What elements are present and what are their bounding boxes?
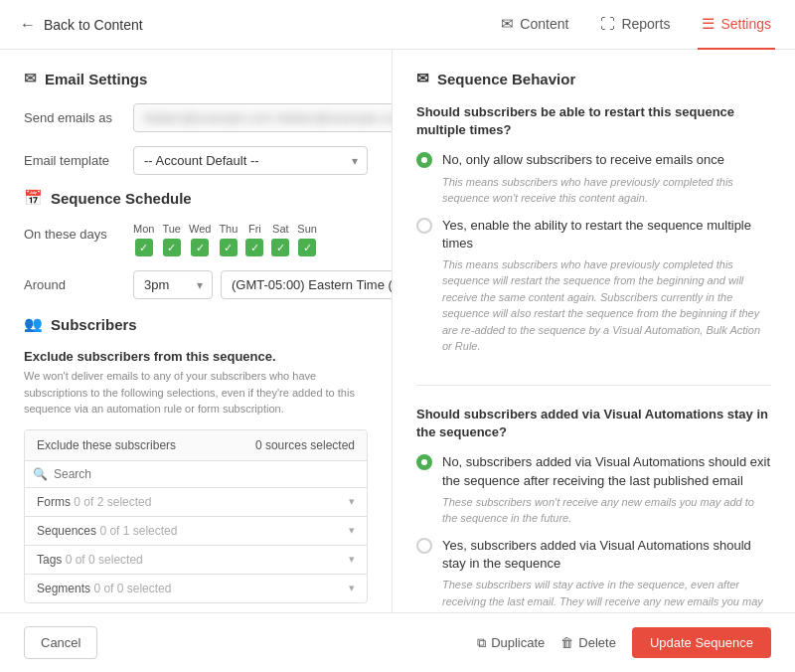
timezone-select[interactable]: (GMT-05:00) Eastern Time (US & Canada) [221, 270, 393, 299]
email-template-control: -- Account Default -- [133, 146, 368, 175]
cancel-button[interactable]: Cancel [24, 626, 97, 659]
settings-icon: ☰ [702, 15, 715, 33]
nav-content-label: Content [520, 16, 568, 32]
around-label: Around [24, 277, 133, 292]
sequence-schedule-section-title: 📅 Sequence Schedule [24, 189, 368, 207]
send-emails-as-label: Send emails as [24, 110, 133, 125]
day-name-fri: Fri [248, 223, 261, 235]
time-select[interactable]: 3pm [133, 270, 213, 299]
radio-desc-question2-options-0: These subscribers won't receive any new … [442, 494, 771, 527]
radio-circle-question1-options-1[interactable] [416, 218, 432, 234]
filter-chevron-3: ▾ [349, 582, 355, 594]
day-check-tue[interactable] [163, 239, 181, 256]
sources-selected: 0 sources selected [255, 438, 355, 452]
day-col-sat: Sat [271, 223, 289, 256]
filter-row-forms[interactable]: Forms 0 of 2 selected▾ [25, 488, 367, 517]
question1-text: Should subscribers be able to restart th… [416, 103, 771, 139]
radio-content-question1-options-1: Yes, enable the ability to restart the s… [442, 217, 771, 355]
day-name-wed: Wed [189, 223, 211, 235]
day-name-mon: Mon [133, 223, 154, 235]
main-content: ✉ Email Settings Send emails as hidden@e… [0, 50, 795, 612]
day-check-thu[interactable] [220, 239, 238, 256]
reports-icon: ⛶ [600, 15, 615, 32]
send-emails-as-wrapper[interactable]: hidden@example.com hidden@example.com [133, 103, 393, 132]
day-name-tue: Tue [162, 223, 181, 235]
filter-chevron-0: ▾ [349, 495, 355, 508]
radio-desc-question1-options-0: This means subscribers who have previous… [442, 174, 771, 207]
send-emails-as-row: Send emails as hidden@example.com hidden… [24, 103, 368, 132]
left-panel: ✉ Email Settings Send emails as hidden@e… [0, 50, 393, 612]
email-template-select[interactable]: -- Account Default -- [133, 146, 368, 175]
day-check-sun[interactable] [298, 239, 316, 256]
footer-right: ⧉ Duplicate 🗑 Delete Update Sequence [477, 627, 771, 658]
exclude-title: Exclude subscribers from this sequence. [24, 349, 368, 364]
question1-options-option-1[interactable]: Yes, enable the ability to restart the s… [416, 217, 771, 355]
nav-settings-label: Settings [720, 16, 771, 32]
radio-circle-question2-options-1[interactable] [416, 538, 432, 554]
search-row: 🔍 [25, 461, 367, 488]
duplicate-button[interactable]: ⧉ Duplicate [477, 635, 545, 651]
day-col-thu: Thu [219, 223, 238, 256]
radio-circle-question2-options-0[interactable] [416, 454, 432, 470]
nav-reports-label: Reports [621, 16, 670, 32]
filter-label-1: Sequences 0 of 1 selected [37, 524, 177, 538]
exclude-header-label: Exclude these subscribers [37, 438, 176, 452]
filter-row-tags[interactable]: Tags 0 of 0 selected▾ [25, 546, 367, 575]
email-template-wrapper[interactable]: -- Account Default -- [133, 146, 368, 175]
timezone-select-wrapper[interactable]: (GMT-05:00) Eastern Time (US & Canada) [221, 270, 393, 299]
radio-content-question1-options-0: No, only allow subscribers to receive em… [442, 151, 771, 206]
content-icon: ✉ [501, 15, 514, 33]
footer: Cancel ⧉ Duplicate 🗑 Delete Update Seque… [0, 612, 795, 672]
nav-content[interactable]: ✉ Content [497, 0, 572, 50]
days-grid: MonTueWedThuFriSatSun [133, 223, 317, 256]
days-row: On these days MonTueWedThuFriSatSun [24, 223, 368, 256]
day-col-fri: Fri [245, 223, 263, 256]
day-check-sat[interactable] [271, 239, 289, 256]
email-settings-title: Email Settings [45, 71, 147, 87]
footer-left: Cancel [24, 626, 97, 659]
email-template-row: Email template -- Account Default -- [24, 146, 368, 175]
send-emails-as-field[interactable]: hidden@example.com hidden@example.com [133, 103, 393, 132]
filter-label-2: Tags 0 of 0 selected [37, 553, 143, 567]
duplicate-icon: ⧉ [477, 635, 486, 651]
day-check-fri[interactable] [245, 239, 263, 256]
delete-icon: 🗑 [560, 635, 573, 650]
email-template-label: Email template [24, 153, 133, 168]
filter-row-segments[interactable]: Segments 0 of 0 selected▾ [25, 575, 367, 602]
day-col-wed: Wed [189, 223, 211, 256]
delete-button[interactable]: 🗑 Delete [560, 635, 616, 650]
header: ← Back to Content ✉ Content ⛶ Reports ☰ … [0, 0, 795, 50]
back-label: Back to Content [44, 17, 143, 33]
radio-desc-question1-options-1: This means subscribers who have previous… [442, 256, 771, 355]
question2-options-option-0[interactable]: No, subscribers added via Visual Automat… [416, 453, 771, 526]
question2-options-option-1[interactable]: Yes, subscribers added via Visual Automa… [416, 537, 771, 612]
radio-circle-question1-options-0[interactable] [416, 152, 432, 168]
subscribers-section-title: 👥 Subscribers [24, 315, 368, 333]
header-nav: ✉ Content ⛶ Reports ☰ Settings [497, 0, 775, 50]
radio-label-question1-options-0: No, only allow subscribers to receive em… [442, 151, 771, 169]
around-controls: 3pm (GMT-05:00) Eastern Time (US & Canad… [133, 270, 393, 299]
day-check-wed[interactable] [191, 239, 209, 256]
duplicate-label: Duplicate [491, 635, 545, 650]
subscribers-icon: 👥 [24, 315, 43, 333]
filter-row-sequences[interactable]: Sequences 0 of 1 selected▾ [25, 517, 367, 546]
days-section: On these days MonTueWedThuFriSatSun [24, 223, 368, 256]
radio-content-question2-options-1: Yes, subscribers added via Visual Automa… [442, 537, 771, 612]
question1-options-option-0[interactable]: No, only allow subscribers to receive em… [416, 151, 771, 206]
exclude-box: Exclude these subscribers 0 sources sele… [24, 429, 368, 603]
day-name-sun: Sun [297, 223, 317, 235]
day-col-tue: Tue [162, 223, 181, 256]
back-button[interactable]: ← Back to Content [20, 16, 143, 34]
filter-label-0: Forms 0 of 2 selected [37, 495, 151, 509]
nav-reports[interactable]: ⛶ Reports [596, 0, 674, 50]
seq-behavior-icon: ✉ [416, 70, 429, 87]
radio-content-question2-options-0: No, subscribers added via Visual Automat… [442, 453, 771, 526]
day-check-mon[interactable] [135, 239, 153, 256]
search-input[interactable] [54, 467, 359, 481]
time-select-wrapper[interactable]: 3pm [133, 270, 213, 299]
question2-text: Should subscribers added via Visual Auto… [416, 406, 771, 441]
exclude-header: Exclude these subscribers 0 sources sele… [25, 430, 367, 461]
update-sequence-button[interactable]: Update Sequence [632, 627, 771, 658]
nav-settings[interactable]: ☰ Settings [698, 0, 775, 50]
seq-behavior-title: ✉ Sequence Behavior [416, 70, 771, 87]
